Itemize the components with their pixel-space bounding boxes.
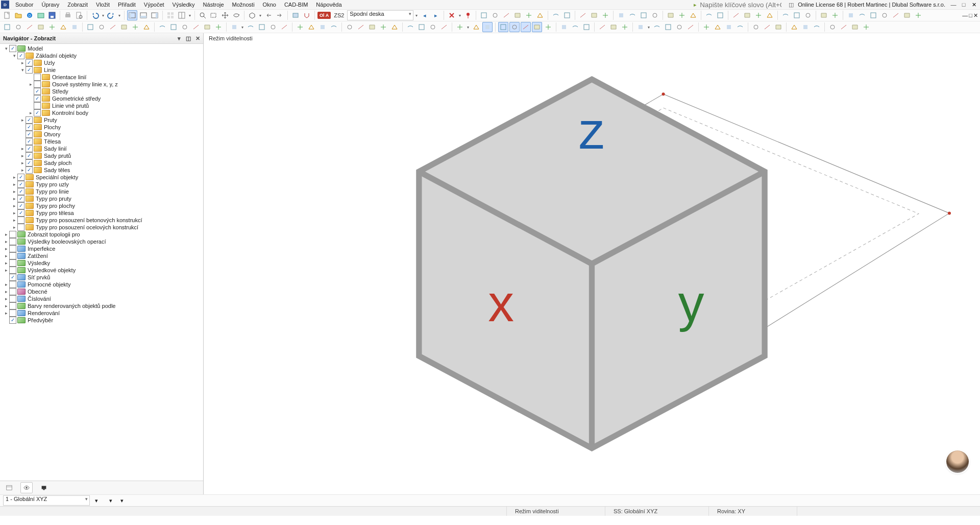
side-icon[interactable] <box>650 10 660 20</box>
tree-node-12[interactable]: ✓Otvory <box>0 131 203 138</box>
checkbox[interactable]: ✓ <box>26 145 33 152</box>
quick-search[interactable]: ▸ <box>694 1 789 9</box>
expand-icon[interactable]: ▸ <box>3 252 9 259</box>
tree-node-33[interactable]: ▸✓Pomocné objekty <box>0 281 203 288</box>
tree-node-32[interactable]: ✓Síť prvků <box>0 274 203 281</box>
case-next-icon[interactable]: ▸ <box>431 10 441 20</box>
checkbox[interactable]: ✓ <box>34 81 41 88</box>
tool2-50-icon[interactable] <box>620 22 630 32</box>
mass-icon[interactable] <box>562 10 572 20</box>
tool2-7-icon[interactable] <box>85 22 95 32</box>
expand-icon[interactable]: ▾ <box>19 66 26 74</box>
expand-icon[interactable]: ▸ <box>19 159 26 166</box>
tool2-40-icon[interactable] <box>498 22 508 32</box>
checkbox[interactable]: ✓ <box>9 238 16 245</box>
panel-dropdown-icon[interactable]: ▾ <box>175 34 184 43</box>
tile-windows-icon[interactable] <box>165 10 176 20</box>
expand-icon[interactable]: ▸ <box>19 152 26 159</box>
tree-node-19[interactable]: ▸✓Typy pro uzly <box>0 181 203 188</box>
tool2-57-icon[interactable] <box>713 22 723 32</box>
tool2-59-icon[interactable] <box>735 22 745 32</box>
redo-icon[interactable] <box>106 10 116 20</box>
tool2-22-icon[interactable] <box>268 22 278 32</box>
cloud-icon[interactable]: D <box>24 10 35 20</box>
tool2-6-icon[interactable] <box>69 22 80 32</box>
new-file-icon[interactable] <box>2 10 12 20</box>
viewcube-icon[interactable]: x y z <box>204 33 980 494</box>
checkbox[interactable]: ✓ <box>17 209 24 217</box>
tool2-41-icon[interactable] <box>509 22 520 32</box>
tool2-46-icon[interactable] <box>570 22 580 32</box>
show-surfaces-icon[interactable] <box>290 10 301 20</box>
pin-icon[interactable] <box>463 10 473 20</box>
panel-right-icon[interactable] <box>150 10 160 20</box>
expand-icon[interactable]: ▸ <box>11 202 17 209</box>
tool2-60-icon[interactable] <box>751 22 761 32</box>
tool2-13-icon[interactable] <box>157 22 167 32</box>
tool2-55-icon[interactable] <box>685 22 696 32</box>
checkbox[interactable]: ✓ <box>26 166 33 174</box>
expand-icon[interactable]: ▸ <box>11 224 17 231</box>
checkbox[interactable]: ✓ <box>34 74 41 81</box>
checkbox[interactable]: ✓ <box>9 309 16 317</box>
navigator-tree[interactable]: ▾✓Model▾✓Základní objekty▸✓Uzly▾✓Linie✓O… <box>0 44 203 481</box>
expand-icon[interactable]: ▸ <box>3 259 9 267</box>
tool2-5-icon[interactable] <box>58 22 68 32</box>
tool2-12-icon[interactable] <box>141 22 152 32</box>
tree-node-2[interactable]: ▸✓Uzly <box>0 59 203 66</box>
tool2-3-icon[interactable] <box>36 22 46 32</box>
tree-node-18[interactable]: ▸✓Speciální objekty <box>0 174 203 181</box>
layout-icon[interactable] <box>177 10 187 20</box>
tree-node-15[interactable]: ▸✓Sady prutů <box>0 152 203 159</box>
tool2-33-icon[interactable] <box>405 22 415 32</box>
menu-přiřadit[interactable]: Přiřadit <box>114 1 140 9</box>
axes-x-icon[interactable] <box>731 10 741 20</box>
checkbox[interactable]: ✓ <box>9 281 16 288</box>
checkbox[interactable]: ✓ <box>17 202 24 209</box>
tree-node-37[interactable]: ▸✓Renderování <box>0 309 203 317</box>
tab-data-icon[interactable] <box>3 482 15 493</box>
expand-icon[interactable]: ▸ <box>11 174 17 181</box>
wire-icon[interactable] <box>666 10 676 20</box>
child-minimize-button[interactable]: ― <box>962 12 968 18</box>
tool2-68-icon[interactable] <box>850 22 860 32</box>
expand-icon[interactable]: ▸ <box>3 267 9 274</box>
cut-x-icon[interactable] <box>578 10 588 20</box>
child-close-button[interactable]: ✕ <box>973 12 978 19</box>
tool2-27-icon[interactable] <box>329 22 339 32</box>
save-icon[interactable] <box>47 10 57 20</box>
next-view-icon[interactable] <box>275 10 285 20</box>
checkbox[interactable]: ✓ <box>9 288 16 295</box>
tool2-17-icon[interactable] <box>202 22 212 32</box>
checkbox[interactable]: ✓ <box>17 181 24 188</box>
tool2-16-icon[interactable] <box>191 22 201 32</box>
panel-toggle-icon[interactable]: ◫ <box>789 2 794 8</box>
tool2-9-icon[interactable] <box>108 22 118 32</box>
expand-icon[interactable]: ▸ <box>3 288 9 295</box>
tool2-61-icon[interactable] <box>762 22 772 32</box>
axes-z-icon[interactable] <box>753 10 764 20</box>
tool2-63-icon[interactable] <box>789 22 799 32</box>
expand-icon[interactable]: ▸ <box>11 209 17 217</box>
case-prev-icon[interactable]: ◂ <box>420 10 430 20</box>
expand-icon[interactable]: ▸ <box>19 166 26 174</box>
expand-icon[interactable]: ▸ <box>28 109 34 116</box>
menu-možnosti[interactable]: Možnosti <box>228 1 259 9</box>
cut-y-icon[interactable] <box>589 10 599 20</box>
workplane-combo[interactable]: 1 - Globální XYZ <box>3 495 90 506</box>
tree-node-29[interactable]: ▸✓Zatížení <box>0 252 203 259</box>
checkbox[interactable]: ✓ <box>17 174 24 181</box>
show-loads-icon[interactable] <box>302 10 312 20</box>
tool2-67-icon[interactable] <box>839 22 849 32</box>
tool2-36-icon[interactable] <box>439 22 449 32</box>
tree-node-24[interactable]: ▸✓Typy pro posouzení betonových konstruk… <box>0 217 203 224</box>
front-icon[interactable] <box>639 10 649 20</box>
tree-node-28[interactable]: ▸✓Imperfekce <box>0 245 203 252</box>
view-iso-icon[interactable] <box>247 10 257 20</box>
checkbox[interactable]: ✓ <box>17 188 24 195</box>
tool2-10-icon[interactable] <box>119 22 129 32</box>
tool2-53-icon[interactable] <box>663 22 673 32</box>
checkbox[interactable]: ✓ <box>26 131 33 138</box>
menu-výpočet[interactable]: Výpočet <box>140 1 168 9</box>
tool2-19-icon[interactable] <box>229 22 239 32</box>
